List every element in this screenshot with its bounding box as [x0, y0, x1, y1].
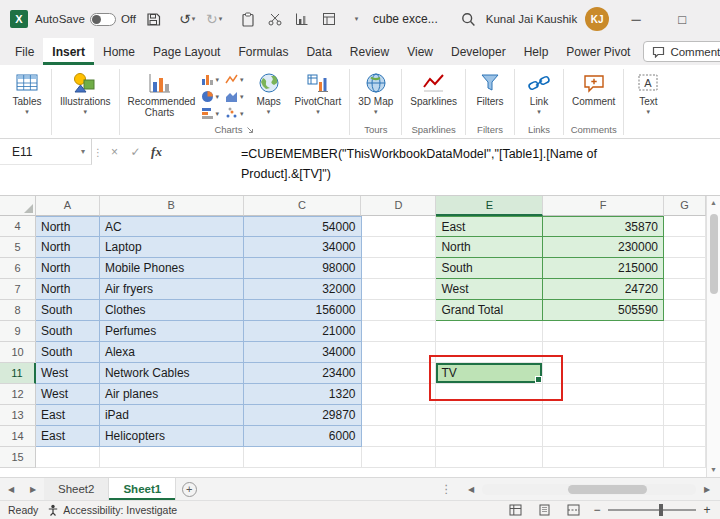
cell-A9[interactable]: South — [36, 321, 100, 342]
search-button[interactable] — [459, 7, 479, 31]
cell-C5[interactable]: 34000 — [244, 237, 362, 258]
row-header-4[interactable]: 4 — [0, 216, 36, 237]
undo-button[interactable]: ↺▾ — [177, 7, 197, 31]
cell-A11[interactable]: West — [36, 363, 100, 384]
tab-file[interactable]: File — [6, 38, 43, 65]
cell-A5[interactable]: North — [36, 237, 100, 258]
vertical-scrollbar-thumb[interactable] — [710, 214, 718, 294]
name-box[interactable]: E11 ▾ — [0, 139, 92, 165]
cell-E8[interactable]: Grand Total — [436, 300, 543, 321]
column-header-A[interactable]: A — [36, 196, 100, 216]
name-box-splitter[interactable]: ⋮ — [92, 139, 104, 165]
column-header-D[interactable]: D — [361, 196, 436, 216]
insert-function-button[interactable]: fx — [146, 139, 167, 165]
line-chart-button[interactable]: ▾ — [223, 71, 246, 88]
cell-D14[interactable] — [362, 426, 437, 447]
cell-A13[interactable]: East — [36, 405, 100, 426]
cell-F10[interactable] — [543, 342, 664, 363]
cell-E6[interactable]: South — [436, 258, 543, 279]
accessibility-status[interactable]: Accessibility: Investigate — [47, 504, 177, 516]
cell-D10[interactable] — [362, 342, 437, 363]
cell-B4[interactable]: AC — [100, 216, 244, 237]
cut-button[interactable] — [265, 7, 285, 31]
cell-G8[interactable] — [664, 300, 706, 321]
cell-E11[interactable]: TV — [436, 363, 543, 384]
cell-D5[interactable] — [362, 237, 437, 258]
cell-B12[interactable]: Air planes — [100, 384, 244, 405]
horizontal-scrollbar-thumb[interactable] — [568, 485, 647, 494]
cell-G10[interactable] — [664, 342, 706, 363]
tab-developer[interactable]: Developer — [442, 38, 515, 65]
row-header-15[interactable]: 15 — [0, 447, 36, 468]
cell-D4[interactable] — [362, 216, 437, 237]
cell-G13[interactable] — [664, 405, 706, 426]
maps-button[interactable]: Maps ▾ — [248, 66, 290, 115]
cell-B14[interactable]: Helicopters — [100, 426, 244, 447]
cell-A7[interactable]: North — [36, 279, 100, 300]
tab-view[interactable]: View — [398, 38, 442, 65]
cell-A8[interactable]: South — [36, 300, 100, 321]
page-break-view-button[interactable] — [563, 501, 583, 519]
cell-C7[interactable]: 32000 — [244, 279, 362, 300]
redo-button[interactable]: ↻▾ — [204, 7, 224, 31]
cell-D8[interactable] — [362, 300, 437, 321]
row-header-9[interactable]: 9 — [0, 321, 36, 342]
cell-B13[interactable]: iPad — [100, 405, 244, 426]
horizontal-scrollbar-track[interactable] — [482, 484, 696, 495]
cell-F4[interactable]: 35870 — [543, 216, 664, 237]
cell-B9[interactable]: Perfumes — [100, 321, 244, 342]
cell-E5[interactable]: North — [436, 237, 543, 258]
save-button[interactable] — [143, 7, 163, 31]
cell-F14[interactable] — [543, 426, 664, 447]
cell-C12[interactable]: 1320 — [244, 384, 362, 405]
cell-A10[interactable]: South — [36, 342, 100, 363]
enter-icon[interactable]: ✓ — [125, 139, 146, 165]
filters-button[interactable]: Filters — [469, 66, 511, 107]
cell-C11[interactable]: 23400 — [244, 363, 362, 384]
cell-F7[interactable]: 24720 — [543, 279, 664, 300]
user-name[interactable]: Kunal Jai Kaushik — [486, 13, 577, 25]
tab-home[interactable]: Home — [94, 38, 144, 65]
cancel-icon[interactable]: × — [104, 139, 125, 165]
cell-F12[interactable] — [543, 384, 664, 405]
cell-F15[interactable] — [543, 447, 664, 468]
cell-G11[interactable] — [664, 363, 706, 384]
chart-button[interactable] — [292, 7, 312, 31]
row-header-13[interactable]: 13 — [0, 405, 36, 426]
cell-B6[interactable]: Mobile Phones — [100, 258, 244, 279]
bar-chart-button[interactable]: ▾ — [199, 105, 222, 122]
cell-D12[interactable] — [362, 384, 437, 405]
formula-input[interactable]: =CUBEMEMBER("ThisWorkbookDataModel","[Ta… — [167, 139, 720, 184]
cell-G4[interactable] — [664, 216, 706, 237]
link-button[interactable]: Link ▾ — [518, 66, 560, 115]
autosave-toggle[interactable]: AutoSave Off — [35, 13, 136, 26]
cell-G9[interactable] — [664, 321, 706, 342]
cell-A4[interactable]: North — [36, 216, 100, 237]
cell-B11[interactable]: Network Cables — [100, 363, 244, 384]
cell-E9[interactable] — [436, 321, 543, 342]
tab-power-pivot[interactable]: Power Pivot — [557, 38, 639, 65]
cell-E14[interactable] — [436, 426, 543, 447]
cell-F6[interactable]: 215000 — [543, 258, 664, 279]
cell-C6[interactable]: 98000 — [244, 258, 362, 279]
row-header-11[interactable]: 11 — [0, 363, 36, 384]
scroll-up-arrow[interactable]: ▲ — [710, 196, 717, 210]
maximize-button[interactable]: □ — [663, 0, 701, 38]
tab-page-layout[interactable]: Page Layout — [144, 38, 229, 65]
clipboard-button[interactable] — [238, 7, 258, 31]
sheet-tab-sheet2[interactable]: Sheet2 — [44, 478, 109, 500]
column-header-F[interactable]: F — [543, 196, 664, 216]
cell-G7[interactable] — [664, 279, 706, 300]
recommended-charts-button[interactable]: Recommended Charts — [123, 66, 197, 118]
cell-C4[interactable]: 54000 — [244, 216, 362, 237]
tables-button[interactable]: Tables ▾ — [6, 66, 48, 115]
cell-G6[interactable] — [664, 258, 706, 279]
pie-chart-button[interactable]: ▾ — [199, 88, 222, 105]
row-header-10[interactable]: 10 — [0, 342, 36, 363]
cell-E4[interactable]: East — [436, 216, 543, 237]
page-layout-view-button[interactable] — [534, 501, 554, 519]
cell-G12[interactable] — [664, 384, 706, 405]
cell-G15[interactable] — [664, 447, 706, 468]
cell-C13[interactable]: 29870 — [244, 405, 362, 426]
customize-quick-access-button[interactable]: ▾ — [346, 7, 366, 31]
